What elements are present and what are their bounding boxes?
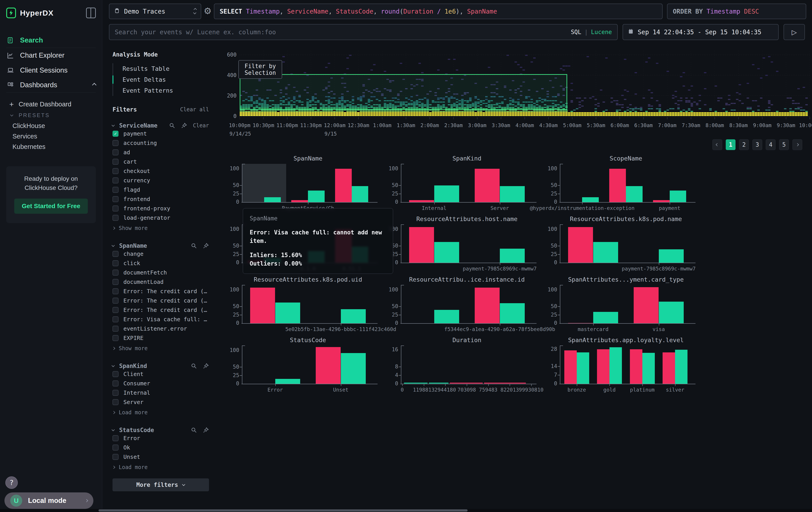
filter-checkbox-consumer[interactable]: Consumer: [113, 379, 209, 388]
search-input[interactable]: [115, 28, 571, 36]
inlier-bar[interactable]: [577, 352, 589, 384]
chevron-down-icon[interactable]: [112, 364, 115, 367]
filter-checkbox-documentload[interactable]: documentLoad: [113, 277, 209, 287]
sql-select-editor[interactable]: SELECT Timestamp, ServiceName, StatusCod…: [214, 4, 663, 19]
inlier-bar[interactable]: [500, 303, 525, 323]
checkbox[interactable]: [113, 380, 118, 386]
checkbox[interactable]: [113, 316, 118, 322]
analysis-mode-option-event-patterns[interactable]: Event Patterns: [113, 85, 209, 96]
inlier-bar[interactable]: [500, 249, 525, 263]
outlier-bar[interactable]: [653, 200, 670, 202]
filter-checkbox-change[interactable]: change: [113, 249, 209, 259]
inlier-bar[interactable]: [352, 186, 369, 202]
search-icon[interactable]: [191, 427, 197, 433]
filter-checkbox-click[interactable]: click: [113, 259, 209, 268]
filter-checkbox-error-visa-cache-full-[interactable]: Error: Visa cache full: …: [113, 315, 209, 324]
filter-checkbox-client[interactable]: Client: [113, 369, 209, 379]
outlier-bar[interactable]: [316, 347, 341, 384]
duration-outlier-segment[interactable]: [484, 383, 526, 383]
filter-checkbox-expire[interactable]: EXPIRE: [113, 333, 209, 343]
pagination-page-5[interactable]: 5: [779, 139, 789, 150]
gear-icon[interactable]: ⚙: [204, 6, 212, 16]
inlier-bar[interactable]: [675, 350, 688, 384]
local-mode-menu[interactable]: U Local mode: [4, 492, 93, 509]
checkbox[interactable]: [113, 187, 118, 193]
outlier-bar[interactable]: [335, 169, 352, 202]
checkbox[interactable]: [113, 454, 118, 460]
filter-checkbox-documentfetch[interactable]: documentFetch: [113, 268, 209, 277]
filter-checkbox-error[interactable]: Error: [113, 433, 209, 443]
outlier-bar[interactable]: [568, 227, 593, 263]
filter-checkbox-error-the-credit-card-[interactable]: Error: The credit card (…: [113, 296, 209, 305]
presets-toggle[interactable]: PRESETS: [9, 110, 96, 120]
duration-inlier-segment[interactable]: [404, 383, 428, 383]
pin-icon[interactable]: [203, 427, 209, 433]
outlier-bar[interactable]: [291, 200, 308, 202]
outlier-bar[interactable]: [568, 323, 593, 323]
lucene-mode-toggle[interactable]: Lucene: [591, 29, 612, 35]
sidebar-preset-kubernetes[interactable]: Kubernetes: [9, 141, 96, 152]
filter-checkbox-load-generator[interactable]: load-generator: [113, 213, 209, 222]
outlier-bar[interactable]: [475, 169, 500, 202]
time-range-picker[interactable]: Sep 14 22:04:35 - Sep 15 10:04:35: [622, 24, 779, 40]
checkbox[interactable]: [113, 279, 118, 285]
filter-checkbox-error-the-credit-card-[interactable]: Error: The credit card (…: [113, 287, 209, 296]
checkbox[interactable]: [113, 140, 118, 146]
chevron-down-icon[interactable]: [112, 428, 115, 431]
inlier-bar[interactable]: [582, 197, 599, 202]
checkbox[interactable]: [113, 251, 118, 257]
sidebar-preset-clickhouse[interactable]: ClickHouse: [9, 120, 96, 131]
checkbox[interactable]: [113, 326, 118, 332]
pagination-page-2[interactable]: 2: [739, 139, 749, 150]
more-filters-button[interactable]: More filters: [113, 478, 209, 491]
clear-all-filters[interactable]: Clear all: [180, 106, 209, 113]
search-icon[interactable]: [191, 243, 197, 249]
checkbox[interactable]: [113, 307, 118, 313]
inlier-bar[interactable]: [434, 310, 459, 323]
sql-mode-toggle[interactable]: SQL: [571, 29, 581, 35]
checkbox[interactable]: [113, 288, 118, 294]
sidebar-collapse-icon[interactable]: [86, 7, 96, 18]
checkbox[interactable]: [113, 215, 118, 221]
outlier-bar[interactable]: [630, 349, 642, 384]
sidebar-preset-services[interactable]: Services: [9, 131, 96, 141]
sidebar-item-dashboards[interactable]: Dashboards: [6, 78, 96, 92]
inlier-bar[interactable]: [341, 309, 366, 323]
filter-group-clear[interactable]: Clear: [193, 123, 209, 129]
checkbox[interactable]: [113, 260, 118, 266]
filter-checkbox-ad[interactable]: ad: [113, 147, 209, 157]
source-select[interactable]: Demo Traces: [109, 4, 201, 19]
filter-checkbox-currency[interactable]: currency: [113, 176, 209, 185]
analysis-mode-option-results-table[interactable]: Results Table: [113, 63, 209, 74]
filter-checkbox-cart[interactable]: cart: [113, 157, 209, 166]
pagination-page-1[interactable]: 1: [726, 139, 735, 150]
filter-checkbox-unset[interactable]: Unset: [113, 452, 209, 461]
filter-checkbox-eventlistener-error[interactable]: eventListener.error: [113, 324, 209, 333]
filter-checkbox-error-the-credit-card-[interactable]: Error: The credit card (…: [113, 305, 209, 315]
inlier-bar[interactable]: [264, 197, 281, 202]
checkbox[interactable]: [113, 444, 118, 451]
checkbox[interactable]: [113, 298, 118, 304]
pin-icon[interactable]: [181, 123, 187, 129]
order-by-editor[interactable]: ORDER BY Timestamp DESC: [667, 4, 806, 19]
horizontal-scrollbar[interactable]: [0, 509, 812, 512]
run-query-button[interactable]: ▷: [784, 24, 805, 40]
checkbox[interactable]: [113, 206, 118, 212]
inlier-bar[interactable]: [593, 312, 618, 323]
filter-checkbox-ok[interactable]: Ok: [113, 443, 209, 452]
outlier-bar[interactable]: [564, 350, 577, 384]
search-icon[interactable]: [191, 363, 197, 369]
outlier-bar[interactable]: [663, 352, 675, 384]
pagination-page-3[interactable]: 3: [752, 139, 762, 150]
filter-checkbox-checkout[interactable]: checkout: [113, 166, 209, 176]
pin-icon[interactable]: [203, 243, 209, 249]
pagination-prev[interactable]: [713, 139, 722, 150]
filter-checkbox-frontend[interactable]: frontend: [113, 194, 209, 204]
search-icon[interactable]: [169, 123, 175, 129]
filter-group-load-more[interactable]: Load more: [113, 462, 209, 472]
checkbox[interactable]: [113, 270, 118, 276]
inlier-bar[interactable]: [434, 242, 459, 263]
filter-group-show-more[interactable]: Show more: [113, 344, 209, 353]
checkbox[interactable]: [113, 335, 118, 341]
filter-checkbox-frontend-proxy[interactable]: frontend-proxy: [113, 204, 209, 213]
